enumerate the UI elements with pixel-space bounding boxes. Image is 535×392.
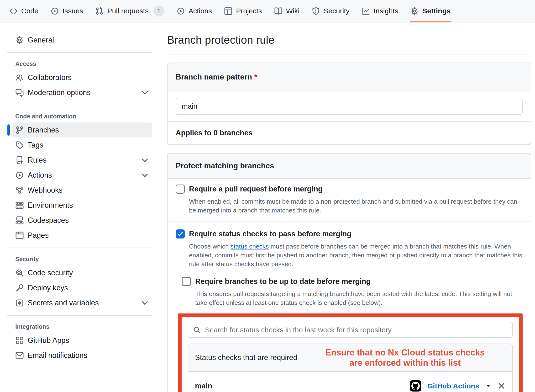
- require-status-checks-description: Choose which status checks must pass bef…: [189, 242, 523, 269]
- issue-opened-icon: [51, 7, 59, 15]
- tab-label: Wiki: [286, 7, 300, 15]
- check-icon: [177, 231, 183, 237]
- tab-issues[interactable]: Issues: [45, 0, 89, 22]
- branch-name-pattern-label: Branch name pattern: [176, 73, 252, 81]
- book-icon: [274, 7, 282, 15]
- github-actions-avatar: [410, 380, 421, 392]
- sidebar-item-secrets-and-variables[interactable]: Secrets and variables: [11, 295, 152, 310]
- required-status-checks-header: Status checks that are required Ensure t…: [188, 344, 512, 372]
- require-status-checks-section: Require status checks to pass before mer…: [168, 222, 531, 392]
- settings-sidebar: General Access Collaborators Moderation …: [0, 22, 159, 392]
- sidebar-item-label: Collaborators: [28, 73, 72, 82]
- mail-icon: [16, 351, 24, 360]
- remove-status-check-icon[interactable]: [497, 382, 506, 390]
- chevron-down-icon: [141, 89, 149, 97]
- sidebar-item-label: Rules: [28, 156, 47, 164]
- github-mark-icon: [411, 382, 420, 390]
- play-icon: [177, 7, 185, 15]
- codescan-icon: [16, 269, 24, 277]
- sidebar-section-code-automation: Code and automation: [15, 110, 152, 122]
- require-pull-request-section: Require a pull request before merging Wh…: [168, 179, 531, 222]
- server-icon: [16, 201, 24, 209]
- sidebar-item-pages[interactable]: Pages: [11, 228, 152, 243]
- sidebar-item-general[interactable]: General: [11, 32, 152, 48]
- annotation-line-2: are enforced within this list: [349, 358, 461, 368]
- branch-name-pattern-card: Branch name pattern* Applies to 0 branch…: [167, 63, 531, 145]
- tab-actions[interactable]: Actions: [171, 0, 218, 22]
- sidebar-item-rules[interactable]: Rules: [11, 153, 152, 168]
- annotation-line-1: Ensure that no Nx Cloud status checks: [325, 348, 485, 357]
- page-title: Branch protection rule: [167, 33, 531, 54]
- tab-security[interactable]: Security: [306, 0, 356, 22]
- triangle-down-icon[interactable]: [485, 383, 491, 389]
- tab-label: Pull requests: [107, 7, 148, 15]
- chevron-down-icon: [141, 299, 149, 307]
- sidebar-item-webhooks[interactable]: Webhooks: [11, 183, 152, 198]
- branch-name-pattern-input[interactable]: [176, 98, 523, 115]
- require-pull-request-label: Require a pull request before merging: [189, 184, 323, 194]
- tab-projects[interactable]: Projects: [218, 0, 268, 22]
- sidebar-item-code-security[interactable]: Code security: [11, 265, 152, 280]
- sidebar-section-security: Security: [15, 253, 152, 265]
- tab-label: Settings: [422, 7, 451, 15]
- sidebar-item-moderation-options[interactable]: Moderation options: [11, 85, 152, 100]
- shield-icon: [312, 7, 320, 15]
- status-checks-list-title: Status checks that are required: [195, 353, 297, 362]
- status-checks-link[interactable]: status checks: [231, 243, 269, 250]
- applies-to-branches-text: Applies to 0 branches: [168, 122, 531, 144]
- require-status-checks-checkbox[interactable]: [176, 229, 185, 238]
- sidebar-item-label: GitHub Apps: [28, 336, 69, 345]
- require-up-to-date-block: Require branches to be up to date before…: [182, 276, 523, 307]
- tab-wiki[interactable]: Wiki: [268, 0, 306, 22]
- sidebar-item-collaborators[interactable]: Collaborators: [11, 70, 152, 85]
- sidebar-item-actions[interactable]: Actions: [11, 168, 152, 183]
- webhook-icon: [16, 186, 24, 194]
- require-pull-request-checkbox[interactable]: [176, 185, 185, 194]
- main-content: Branch protection rule Branch name patte…: [159, 22, 535, 392]
- sidebar-item-label: Codespaces: [28, 216, 69, 225]
- protect-matching-branches-card: Protect matching branches Require a pull…: [167, 153, 531, 392]
- tag-icon: [16, 141, 24, 149]
- chevron-down-icon: [141, 171, 149, 179]
- tab-label: Code: [21, 7, 38, 15]
- pull-requests-count-badge: 1: [153, 5, 164, 16]
- search-icon: [193, 326, 200, 334]
- tab-label: Insights: [374, 7, 398, 15]
- sidebar-item-label: Environments: [28, 201, 73, 210]
- tab-pull-requests[interactable]: Pull requests 1: [89, 0, 170, 22]
- required-status-checks-list: Status checks that are required Ensure t…: [188, 344, 513, 392]
- require-up-to-date-label: Require branches to be up to date before…: [195, 276, 371, 287]
- git-branch-icon: [16, 126, 24, 134]
- sidebar-item-label: Deploy keys: [28, 284, 68, 292]
- sidebar-item-branches[interactable]: Branches: [11, 122, 152, 138]
- sidebar-item-github-apps[interactable]: GitHub Apps: [11, 333, 152, 348]
- sidebar-item-label: Code security: [28, 269, 73, 277]
- status-checks-searchbar: [188, 322, 513, 338]
- play-icon: [16, 171, 24, 179]
- tab-label: Security: [324, 7, 349, 15]
- sidebar-item-environments[interactable]: Environments: [11, 198, 152, 213]
- graph-icon: [362, 7, 370, 15]
- sidebar-item-codespaces[interactable]: Codespaces: [11, 213, 152, 228]
- tab-code[interactable]: Code: [3, 0, 45, 22]
- chevron-down-icon: [141, 156, 149, 164]
- sidebar-item-deploy-keys[interactable]: Deploy keys: [11, 280, 152, 295]
- tab-settings[interactable]: Settings: [404, 0, 457, 22]
- require-up-to-date-checkbox[interactable]: [182, 277, 191, 286]
- annotation-text: Ensure that no Nx Cloud status checks ar…: [297, 347, 506, 368]
- sidebar-item-email-notifications[interactable]: Email notifications: [11, 348, 152, 363]
- require-status-checks-label: Require status checks to pass before mer…: [189, 229, 351, 239]
- tab-label: Projects: [236, 7, 262, 15]
- sidebar-item-label: Secrets and variables: [28, 299, 99, 307]
- github-actions-app-link[interactable]: GitHub Actions: [427, 382, 479, 390]
- tab-insights[interactable]: Insights: [356, 0, 404, 22]
- status-checks-search-input[interactable]: [188, 322, 513, 338]
- comment-discussion-icon: [16, 89, 24, 97]
- sidebar-item-tags[interactable]: Tags: [11, 138, 152, 153]
- require-pull-request-description: When enabled, all commits must be made t…: [189, 197, 523, 215]
- tab-label: Issues: [63, 7, 83, 15]
- git-pull-request-icon: [95, 7, 103, 15]
- sidebar-item-label: Branches: [28, 126, 59, 134]
- sidebar-item-label: Pages: [28, 231, 49, 240]
- code-icon: [10, 7, 17, 15]
